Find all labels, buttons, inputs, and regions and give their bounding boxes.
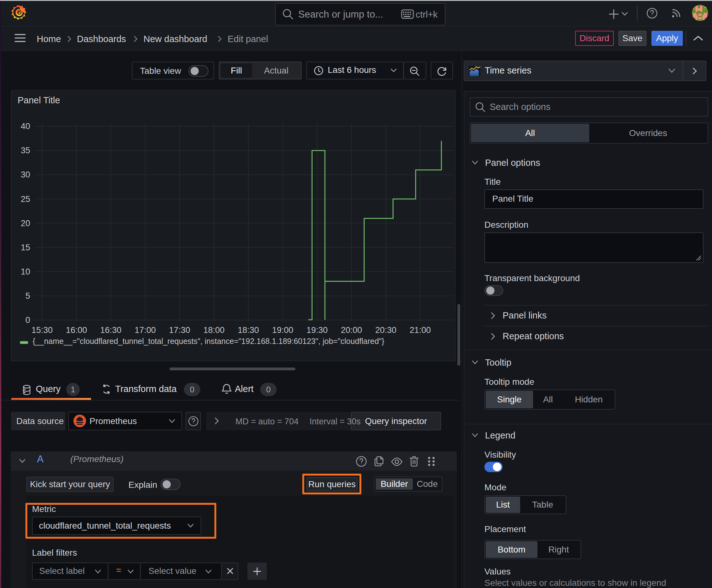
svg-text:5: 5 [25, 291, 30, 300]
svg-text:18:00: 18:00 [203, 326, 225, 335]
svg-text:{__name__="cloudflared_tunnel_: {__name__="cloudflared_tunnel_total_requ… [33, 337, 384, 345]
svg-text:15: 15 [21, 243, 30, 252]
svg-text:21:00: 21:00 [410, 326, 431, 335]
svg-text:20:00: 20:00 [341, 326, 362, 335]
svg-text:17:00: 17:00 [135, 326, 156, 335]
svg-text:19:30: 19:30 [306, 326, 328, 335]
svg-text:15:30: 15:30 [31, 326, 53, 335]
svg-text:35: 35 [21, 146, 30, 155]
svg-text:16:30: 16:30 [100, 326, 122, 335]
svg-text:25: 25 [21, 194, 30, 204]
svg-text:20: 20 [21, 218, 30, 228]
svg-text:18:30: 18:30 [238, 326, 259, 335]
svg-text:40: 40 [21, 122, 30, 131]
svg-text:10: 10 [21, 267, 30, 276]
svg-text:30: 30 [21, 170, 30, 180]
svg-text:17:30: 17:30 [169, 326, 190, 335]
svg-text:0: 0 [25, 315, 30, 325]
svg-text:20:30: 20:30 [375, 326, 396, 335]
svg-text:16:00: 16:00 [66, 326, 87, 335]
svg-text:19:00: 19:00 [272, 326, 294, 335]
